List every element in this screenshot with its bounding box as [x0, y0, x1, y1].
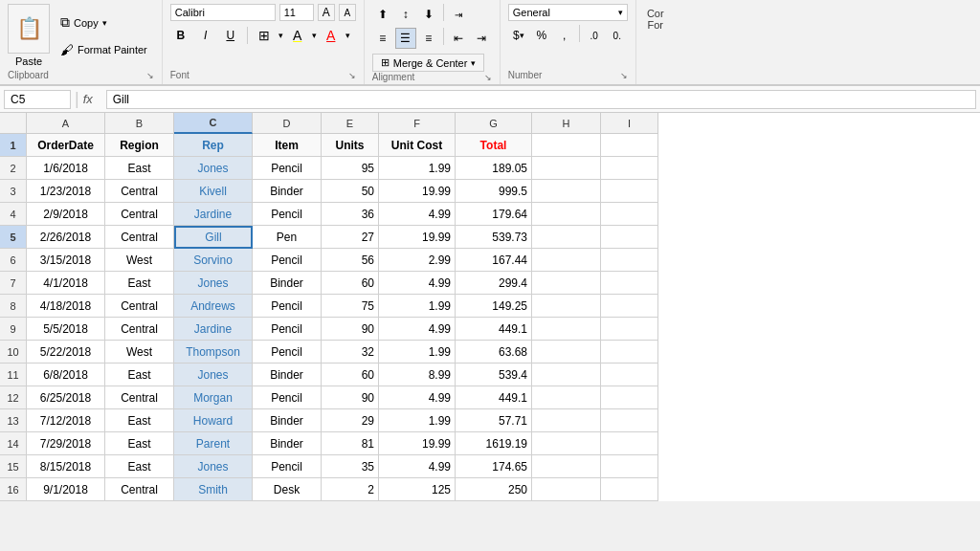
cell-h6[interactable]	[532, 249, 601, 272]
cell-e5[interactable]: 27	[322, 226, 379, 249]
cell-c1[interactable]: Rep	[174, 134, 253, 157]
cell-h4[interactable]	[532, 203, 601, 226]
cell-i3[interactable]	[601, 180, 658, 203]
cell-g8[interactable]: 149.25	[456, 295, 532, 318]
cell-a1[interactable]: OrderDate	[27, 134, 105, 157]
border-button[interactable]: ⊞	[254, 25, 275, 46]
indent-decrease-button[interactable]: ⇤	[448, 28, 469, 49]
cell-i10[interactable]	[601, 341, 658, 364]
cell-b6[interactable]: West	[105, 249, 174, 272]
cell-i5[interactable]	[601, 226, 658, 249]
cell-g4[interactable]: 179.64	[456, 203, 532, 226]
cell-a12[interactable]: 6/25/2018	[27, 386, 105, 409]
cell-e7[interactable]: 60	[322, 272, 379, 295]
cell-i11[interactable]	[601, 364, 658, 386]
cell-d8[interactable]: Pencil	[253, 295, 322, 318]
cell-e14[interactable]: 81	[322, 432, 379, 455]
col-header-f[interactable]: F	[379, 113, 456, 134]
cell-c3[interactable]: Kivell	[174, 180, 253, 203]
cell-h15[interactable]	[532, 455, 601, 478]
cell-a14[interactable]: 7/29/2018	[27, 432, 105, 455]
cell-f11[interactable]: 8.99	[379, 364, 456, 386]
col-header-g[interactable]: G	[456, 113, 532, 134]
cell-b14[interactable]: East	[105, 432, 174, 455]
cell-h11[interactable]	[532, 364, 601, 386]
col-header-b[interactable]: B	[105, 113, 174, 134]
cell-i15[interactable]	[601, 455, 658, 478]
cell-g13[interactable]: 57.71	[456, 409, 532, 432]
font-name-input[interactable]	[170, 4, 276, 21]
merge-center-dropdown[interactable]: ▾	[471, 58, 476, 68]
cell-a6[interactable]: 3/15/2018	[27, 249, 105, 272]
cell-i16[interactable]	[601, 478, 658, 501]
cell-i1[interactable]	[601, 134, 658, 157]
cell-g11[interactable]: 539.4	[456, 364, 532, 386]
cell-c10[interactable]: Thompson	[174, 341, 253, 364]
cell-d3[interactable]: Binder	[253, 180, 322, 203]
cell-b15[interactable]: East	[105, 455, 174, 478]
cell-f13[interactable]: 1.99	[379, 409, 456, 432]
border-dropdown[interactable]: ▾	[278, 31, 283, 40]
cell-a7[interactable]: 4/1/2018	[27, 272, 105, 295]
cell-h14[interactable]	[532, 432, 601, 455]
cell-g16[interactable]: 250	[456, 478, 532, 501]
cell-e4[interactable]: 36	[322, 203, 379, 226]
cell-b10[interactable]: West	[105, 341, 174, 364]
font-color-button[interactable]: A	[321, 25, 342, 46]
cell-i13[interactable]	[601, 409, 658, 432]
cell-g15[interactable]: 174.65	[456, 455, 532, 478]
cell-f2[interactable]: 1.99	[379, 157, 456, 180]
cell-h3[interactable]	[532, 180, 601, 203]
col-header-d[interactable]: D	[253, 113, 322, 134]
cell-f10[interactable]: 1.99	[379, 341, 456, 364]
italic-button[interactable]: I	[195, 25, 216, 46]
cell-h12[interactable]	[532, 386, 601, 409]
cell-d4[interactable]: Pencil	[253, 203, 322, 226]
cell-g2[interactable]: 189.05	[456, 157, 532, 180]
cell-a16[interactable]: 9/1/2018	[27, 478, 105, 501]
cell-f15[interactable]: 4.99	[379, 455, 456, 478]
cell-d7[interactable]: Binder	[253, 272, 322, 295]
cell-d13[interactable]: Binder	[253, 409, 322, 432]
cell-c13[interactable]: Howard	[174, 409, 253, 432]
cell-g3[interactable]: 999.5	[456, 180, 532, 203]
cell-d10[interactable]: Pencil	[253, 341, 322, 364]
cell-reference-input[interactable]	[4, 90, 71, 109]
percent-button[interactable]: %	[531, 25, 552, 46]
cell-b5[interactable]: Central	[105, 226, 174, 249]
cell-a11[interactable]: 6/8/2018	[27, 364, 105, 386]
cell-a4[interactable]: 2/9/2018	[27, 203, 105, 226]
cell-a2[interactable]: 1/6/2018	[27, 157, 105, 180]
cell-c16[interactable]: Smith	[174, 478, 253, 501]
cell-h16[interactable]	[532, 478, 601, 501]
cell-g10[interactable]: 63.68	[456, 341, 532, 364]
cell-i7[interactable]	[601, 272, 658, 295]
cell-g9[interactable]: 449.1	[456, 318, 532, 341]
format-painter-button[interactable]: 🖌 Format Painter	[54, 36, 154, 63]
cell-e10[interactable]: 32	[322, 341, 379, 364]
font-expand-icon[interactable]: ↘	[348, 71, 356, 80]
bold-button[interactable]: B	[170, 25, 191, 46]
number-expand-icon[interactable]: ↘	[620, 71, 628, 80]
comma-button[interactable]: ,	[554, 25, 575, 46]
decimal-decrease-button[interactable]: 0.	[607, 25, 628, 46]
cell-a10[interactable]: 5/22/2018	[27, 341, 105, 364]
cell-f9[interactable]: 4.99	[379, 318, 456, 341]
cell-c6[interactable]: Sorvino	[174, 249, 253, 272]
cell-a8[interactable]: 4/18/2018	[27, 295, 105, 318]
font-color-dropdown[interactable]: ▾	[345, 31, 350, 40]
cell-b12[interactable]: Central	[105, 386, 174, 409]
cell-i6[interactable]	[601, 249, 658, 272]
cell-b8[interactable]: Central	[105, 295, 174, 318]
merge-center-button[interactable]: ⊞ Merge & Center ▾	[372, 54, 485, 72]
cell-f1[interactable]: Unit Cost	[379, 134, 456, 157]
cell-f5[interactable]: 19.99	[379, 226, 456, 249]
cell-e11[interactable]: 60	[322, 364, 379, 386]
cell-c14[interactable]: Parent	[174, 432, 253, 455]
cell-d11[interactable]: Binder	[253, 364, 322, 386]
wrap-text-button[interactable]: ⇥	[448, 4, 469, 25]
cell-e16[interactable]: 2	[322, 478, 379, 501]
cell-h13[interactable]	[532, 409, 601, 432]
cell-d5[interactable]: Pen	[253, 226, 322, 249]
cell-a3[interactable]: 1/23/2018	[27, 180, 105, 203]
